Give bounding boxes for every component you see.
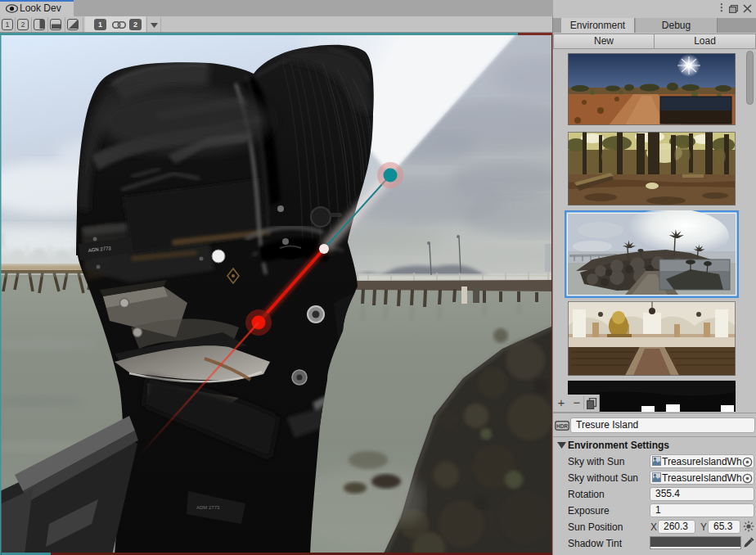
svg-text:ADM 2773: ADM 2773 bbox=[196, 505, 220, 510]
svg-text:HDR: HDR bbox=[556, 423, 568, 429]
